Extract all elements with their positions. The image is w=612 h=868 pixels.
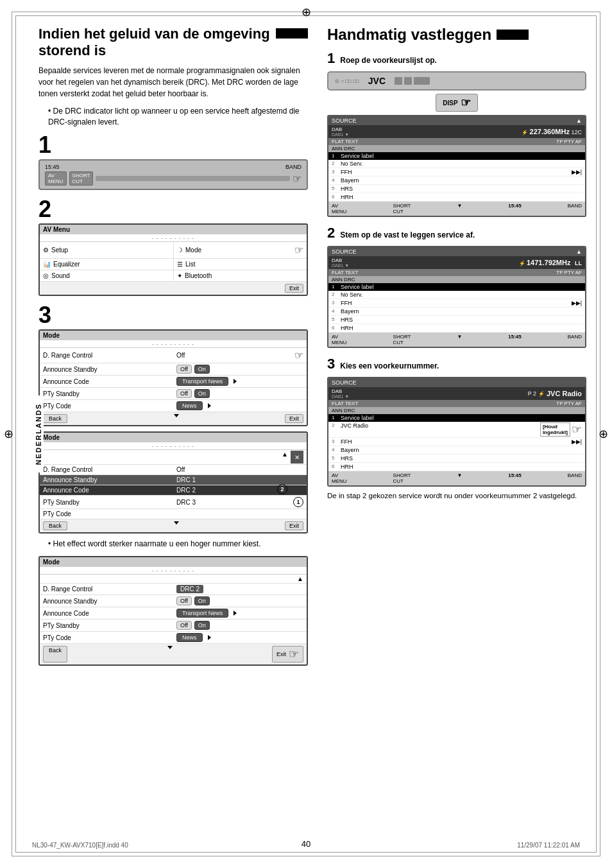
screen2-row2: 2 No Serv. bbox=[328, 291, 585, 299]
menu-setup: ⚙ Setup bbox=[40, 242, 173, 258]
disp-btn[interactable]: DISP ☞ bbox=[436, 94, 477, 112]
screen2-source: SOURCE ▲ bbox=[328, 247, 585, 256]
screen1-row5: 5 HRS bbox=[328, 185, 585, 193]
mode-row-standby-1: Announce Standby Off On bbox=[40, 363, 307, 376]
menu-row-eq-list: 📊 Equalizer ☰ List bbox=[40, 259, 307, 270]
jvc-logo-1: JVC bbox=[363, 76, 391, 86]
menu-bluetooth: ✦ Bluetooth bbox=[173, 270, 307, 281]
right-step-2-desc: Stem op de vast te leggen service af. bbox=[340, 230, 475, 239]
mode-screen-3: Mode - - - - - - - - - - ▲ D. Range Cont… bbox=[38, 556, 308, 666]
menu-list: ☰ List bbox=[173, 259, 307, 270]
setup-icon: ⚙ bbox=[43, 247, 49, 254]
right-step-1-label: 1 bbox=[327, 51, 335, 65]
left-body-text: Bepaalde services leveren met de normale… bbox=[38, 65, 308, 100]
exit-btn-2[interactable]: Exit bbox=[285, 521, 303, 530]
mode-x-btn: ✕ bbox=[291, 451, 303, 464]
mode-row-pty-1: PTy Standby Off On bbox=[40, 388, 307, 400]
mode-screen-2: Mode - - - - - - - - - - ▲ ✕ D. Range Co… bbox=[38, 431, 308, 534]
mode-title-3: Mode bbox=[40, 557, 307, 567]
left-step-2: 2 AV Menu - - - - - - - - - - ⚙ Setup ☽ … bbox=[38, 198, 308, 296]
screen2-band: DAB DAB1 ▼ ⚡ 1471.792MHz LL bbox=[328, 256, 585, 269]
step3-note: De in stap 2 gekozen service wordt nu on… bbox=[327, 490, 586, 501]
screen3-footer: AVMENU SHORTCUT ▼ 15:45 BAND bbox=[328, 471, 585, 485]
screen2-status: FLAT TEXT TP PTY AF bbox=[328, 269, 585, 276]
screen1-source-row: SOURCE ▲ bbox=[328, 116, 585, 125]
right-step-3-label: 3 bbox=[327, 357, 335, 371]
screen2-footer: AVMENU SHORTCUT ▼ 15:45 BAND bbox=[328, 333, 585, 347]
mode-row-drc2: Announce Code DRC 2 2 bbox=[40, 485, 307, 496]
step2-screen: SOURCE ▲ DAB DAB1 ▼ ⚡ 1471.792MHz LL bbox=[327, 246, 586, 348]
title-bar-right bbox=[497, 30, 529, 40]
circle-2: 2 bbox=[277, 484, 287, 494]
screen2-ann: ANN DRC bbox=[328, 276, 585, 283]
screen2-row3: 3 FFH ▶▶| bbox=[328, 299, 585, 308]
exit-btn-1[interactable]: Exit bbox=[285, 414, 303, 423]
right-step-1-desc: Roep de voorkeurslijst op. bbox=[340, 56, 437, 65]
right-step-3: 3 Kies een voorkeurnummer. SOURCE DAB DA… bbox=[327, 357, 586, 501]
screen3-row4: 4 Bayern bbox=[328, 446, 585, 455]
mode-row-code-1: Announce Code Transport News bbox=[40, 376, 307, 388]
screen3-row2: 2 JVC Radio [Houd ingedrukt] ☞ bbox=[328, 422, 585, 438]
screen3-row5: 5 HRS bbox=[328, 455, 585, 463]
mode-title-2: Mode bbox=[40, 433, 307, 442]
reg-mark-top: ⊕ bbox=[302, 5, 311, 19]
radio-icons-row: ⊙ ○ □□ □□ bbox=[335, 78, 359, 84]
right-title-container: Handmatig vastleggen bbox=[327, 26, 586, 44]
right-step-3-desc: Kies een voorkeurnummer. bbox=[340, 361, 439, 370]
menu-footer: Exit bbox=[40, 282, 307, 295]
back-btn-3[interactable]: Back bbox=[43, 646, 67, 663]
av-menu-screen: AV Menu - - - - - - - - - - ⚙ Setup ☽ Mo… bbox=[38, 223, 308, 296]
right-step-2: 2 Stem op de vast te leggen service af. … bbox=[327, 226, 586, 348]
mode-footer-3: Back Exit ☞ bbox=[40, 644, 307, 664]
bullet-text: • De DRC indicator licht op wanneer u op… bbox=[38, 106, 308, 128]
screen3-source: SOURCE bbox=[328, 378, 585, 387]
mode-up-arrow-3: ▲ bbox=[40, 575, 307, 584]
step-1-label: 1 bbox=[38, 134, 308, 157]
back-btn-2[interactable]: Back bbox=[43, 521, 67, 530]
rb3 bbox=[414, 77, 430, 85]
screen3-row1: 1 Service label bbox=[328, 414, 585, 422]
screen1-footer: AVMENU SHORTCUT ▼ 15:45 BAND bbox=[328, 202, 585, 216]
step-3-label: 3 bbox=[38, 304, 308, 327]
mode-footer-1: Back Exit bbox=[40, 412, 307, 425]
screen2-row1: 1 Service label bbox=[328, 283, 585, 291]
screen2-row6: 6 HRH bbox=[328, 324, 585, 333]
exit-btn-menu[interactable]: Exit bbox=[285, 284, 303, 293]
sound-icon: ◎ bbox=[43, 272, 49, 279]
screen3-status: FLAT TEXT TP PTY AF bbox=[328, 400, 585, 407]
hand-cursor-step1: ☞ bbox=[293, 173, 302, 185]
mode-dots-3: - - - - - - - - - - bbox=[40, 567, 307, 575]
right-section-title: Handmatig vastleggen bbox=[327, 26, 491, 44]
screen1-row6: 6 HRH bbox=[328, 193, 585, 202]
av-menu-btn[interactable]: AVMENU bbox=[45, 171, 67, 186]
footer-info: NL30-47_KW-AVX710[E]f.indd 40 bbox=[32, 842, 128, 849]
mode-row-drc-1: D. Range Control Off ☞ bbox=[40, 348, 307, 363]
screen2-row4: 4 Bayern bbox=[328, 308, 585, 316]
left-section-title: Indien het geluid van de omgeving storen… bbox=[38, 26, 272, 60]
step3-screen: SOURCE DAB DAB1 ▼ P 2 ⚡ JVC Radio bbox=[327, 377, 586, 487]
right-column: Handmatig vastleggen 1 Roep de voorkeurs… bbox=[327, 26, 586, 673]
menu-mode: ☽ Mode ☞ bbox=[173, 242, 307, 258]
screen1-source: SOURCE bbox=[332, 117, 357, 124]
screen1-band-info: DAB DAB1 ▼ bbox=[332, 126, 349, 137]
menu-title: AV Menu bbox=[40, 225, 307, 234]
menu-equalizer: 📊 Equalizer bbox=[40, 259, 173, 270]
screen3-row3: 3 FFH ▶▶| bbox=[328, 438, 585, 446]
mode-row-drc-2: D. Range Control Off bbox=[40, 465, 307, 475]
exit-btn-3[interactable]: Exit ☞ bbox=[272, 646, 303, 663]
mode-row-drc1: Announce Standby DRC 1 bbox=[40, 475, 307, 485]
title-bar-left bbox=[276, 28, 308, 39]
device-band: BAND bbox=[285, 164, 302, 170]
page-number: 40 bbox=[302, 839, 310, 849]
mode-row-drc-3: D. Range Control DRC 2 bbox=[40, 584, 307, 595]
mode-footer-2: Back Exit bbox=[40, 519, 307, 532]
back-btn-1[interactable]: Back bbox=[43, 414, 67, 423]
reg-mark-left: ⊕ bbox=[4, 427, 13, 441]
left-title-row: Indien het geluid van de omgeving storen… bbox=[38, 26, 308, 60]
right-step-1: 1 Roep de voorkeurslijst op. ⊙ ○ □□ □□ J… bbox=[327, 51, 586, 217]
screen1-ann-row: ANN DRC bbox=[328, 145, 585, 152]
short-cut-btn[interactable]: SHORTCUT bbox=[69, 171, 94, 186]
disp-btn-container: DISP ☞ bbox=[327, 94, 586, 112]
menu-row-setup-mode: ⚙ Setup ☽ Mode ☞ bbox=[40, 242, 307, 259]
radio-top-1: ⊙ ○ □□ □□ JVC bbox=[327, 71, 586, 91]
